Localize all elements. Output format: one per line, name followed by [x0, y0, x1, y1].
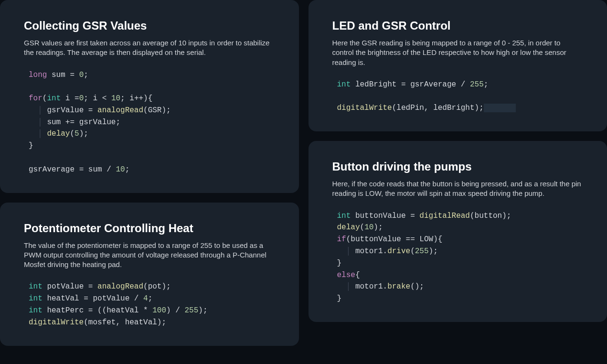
card-title: Potentiometer Controlling Heat	[24, 222, 275, 235]
code-block: long sum = 0; for(int i =0; i < 10; i++)…	[29, 69, 275, 176]
card-pot: Potentiometer Controlling Heat The value…	[0, 203, 299, 346]
code-block: int buttonValue = digitalRead(button); d…	[337, 210, 584, 305]
card-title: LED and GSR Control	[332, 19, 584, 32]
card-title: Collecting GSR Values	[24, 19, 275, 32]
card-desc: GSR values are first taken across an ave…	[24, 38, 275, 58]
card-desc: The value of the potentiometer is mapped…	[24, 241, 275, 270]
card-desc: Here the GSR reading is being mapped to …	[332, 38, 584, 67]
card-led: LED and GSR Control Here the GSR reading…	[309, 0, 607, 131]
card-title: Button driving the pumps	[332, 160, 584, 173]
card-gsr: Collecting GSR Values GSR values are fir…	[0, 0, 299, 193]
card-desc: Here, if the code reads that the button …	[332, 179, 584, 199]
code-block: int potValue = analogRead(pot); int heat…	[29, 281, 275, 328]
card-button: Button driving the pumps Here, if the co…	[309, 141, 607, 322]
left-column: Collecting GSR Values GSR values are fir…	[0, 0, 299, 364]
right-column: LED and GSR Control Here the GSR reading…	[309, 0, 607, 364]
code-block: int ledBright = gsrAverage / 255; digita…	[337, 79, 584, 114]
